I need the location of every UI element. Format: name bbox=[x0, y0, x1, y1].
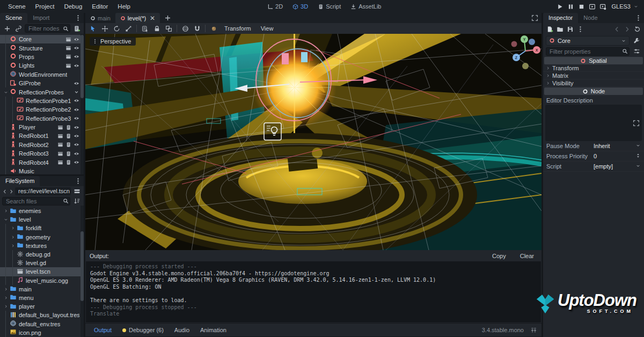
scene-node-RedRobot2[interactable]: RedRobot2 bbox=[0, 141, 84, 149]
tree-collapse-arrow[interactable] bbox=[2, 215, 9, 224]
property-filter-button[interactable] bbox=[632, 47, 641, 56]
local-space-button[interactable] bbox=[180, 24, 191, 33]
property-process-priority[interactable]: Process Priority 0 bbox=[543, 151, 644, 162]
fs-item-forklift[interactable]: forklift bbox=[0, 224, 84, 232]
tree-expand-arrow[interactable] bbox=[9, 233, 16, 241]
open-instance-icon[interactable] bbox=[57, 133, 63, 139]
scene-node-Music[interactable]: Music bbox=[0, 167, 84, 174]
dropdown-icon[interactable] bbox=[635, 163, 641, 169]
load-resource-icon[interactable] bbox=[557, 26, 564, 33]
tab-import[interactable]: Import bbox=[27, 13, 55, 23]
scene-node-Lights[interactable]: Lights bbox=[0, 61, 84, 70]
tree-collapse-arrow[interactable] bbox=[2, 87, 9, 96]
visibility-toggle-icon[interactable] bbox=[74, 159, 79, 165]
stop-button-icon[interactable] bbox=[578, 3, 585, 10]
clear-button[interactable]: Clear bbox=[517, 252, 537, 260]
scene-node-RedRobot3[interactable]: RedRobot3 bbox=[0, 149, 84, 158]
pause-button-icon[interactable] bbox=[567, 3, 574, 10]
expand-icon[interactable] bbox=[633, 120, 640, 127]
attached-script-icon[interactable] bbox=[65, 151, 71, 157]
select-tool-button[interactable] bbox=[87, 24, 98, 33]
tree-expand-arrow[interactable] bbox=[2, 294, 9, 302]
tree-expand-arrow[interactable] bbox=[9, 241, 16, 250]
scene-node-ReflectionProbes[interactable]: ReflectionProbes bbox=[0, 87, 84, 96]
visibility-toggle-icon[interactable] bbox=[74, 80, 79, 86]
visibility-toggle-icon[interactable] bbox=[74, 124, 79, 130]
scene-node-ReflectionProbe3[interactable]: ReflectionProbe3 bbox=[0, 114, 84, 123]
attached-script-icon[interactable] bbox=[65, 159, 71, 165]
scene-node-ReflectionProbe2[interactable]: ReflectionProbe2 bbox=[0, 105, 84, 114]
tree-expand-arrow[interactable] bbox=[2, 285, 9, 294]
tree-expand-arrow[interactable] bbox=[9, 224, 16, 232]
scene-tab-level[interactable]: level(*) ✕ bbox=[115, 13, 160, 23]
fs-item-player[interactable]: player bbox=[0, 302, 84, 311]
selectable-list-button[interactable] bbox=[140, 24, 150, 33]
visibility-toggle-icon[interactable] bbox=[74, 45, 79, 51]
bottom-tab-audio[interactable]: Audio bbox=[170, 325, 194, 335]
nav-back-icon[interactable] bbox=[2, 189, 8, 194]
fs-item-level[interactable]: level bbox=[0, 215, 84, 224]
search-files-input[interactable] bbox=[2, 197, 70, 206]
instance-scene-button[interactable] bbox=[13, 24, 23, 33]
group-visibility[interactable]: Visibility bbox=[543, 79, 644, 87]
lock-node-button[interactable] bbox=[151, 24, 162, 33]
3d-viewport[interactable]: Y X Z Perspective bbox=[85, 34, 541, 250]
add-node-button[interactable] bbox=[2, 24, 12, 33]
scene-node-Player[interactable]: Player bbox=[0, 123, 84, 131]
bottom-tab-output[interactable]: Output bbox=[90, 325, 116, 335]
visibility-toggle-icon[interactable] bbox=[74, 107, 79, 113]
history-back-icon[interactable] bbox=[613, 26, 620, 33]
scene-node-ReflectionProbe1[interactable]: ReflectionProbe1 bbox=[0, 97, 84, 105]
fs-item-level.tscn[interactable]: level.tscn bbox=[0, 267, 84, 276]
sun-environment-button[interactable] bbox=[208, 24, 219, 33]
node-tools-button[interactable] bbox=[632, 36, 641, 45]
output-log[interactable]: --- Debugging process started ---Godot E… bbox=[86, 261, 541, 323]
group-node-button[interactable] bbox=[163, 24, 174, 33]
filesystem-tree-scrollbar[interactable] bbox=[80, 206, 84, 337]
sort-files-button[interactable] bbox=[72, 197, 82, 206]
scene-node-Structure[interactable]: Structure bbox=[0, 43, 84, 52]
menubar-menu-editor[interactable]: Editor bbox=[87, 2, 113, 11]
fs-item-debug.gd[interactable]: debug.gd bbox=[0, 250, 84, 259]
fs-item-main[interactable]: main bbox=[0, 285, 84, 294]
filter-properties-input[interactable] bbox=[546, 47, 630, 56]
open-instance-icon[interactable] bbox=[65, 54, 71, 60]
bottom-tab-animation[interactable]: Animation bbox=[196, 325, 231, 335]
open-instance-icon[interactable] bbox=[65, 36, 71, 42]
tab-inspector[interactable]: Inspector bbox=[543, 13, 578, 23]
fs-item-level_music.ogg[interactable]: level_music.ogg bbox=[0, 276, 84, 285]
visibility-toggle-icon[interactable] bbox=[74, 115, 79, 121]
open-instance-icon[interactable] bbox=[65, 45, 71, 51]
property-script[interactable]: Script [empty] bbox=[543, 162, 644, 172]
scene-tab-main[interactable]: main bbox=[85, 13, 115, 23]
menubar-menu-debug[interactable]: Debug bbox=[59, 2, 87, 11]
close-tab-icon[interactable]: ✕ bbox=[150, 14, 155, 22]
fs-item-default_env.tres[interactable]: default_env.tres bbox=[0, 319, 84, 328]
group-matrix[interactable]: Matrix bbox=[543, 72, 644, 79]
light-gizmo-icon[interactable] bbox=[264, 123, 281, 140]
scale-tool-button[interactable] bbox=[123, 24, 134, 33]
fs-item-textures[interactable]: textures bbox=[0, 241, 84, 250]
dock-menu-icon[interactable] bbox=[633, 14, 644, 21]
menubar-menu-help[interactable]: Help bbox=[113, 2, 135, 11]
dropdown-icon[interactable] bbox=[635, 143, 641, 148]
fs-item-enemies[interactable]: enemies bbox=[0, 207, 84, 215]
attached-script-icon[interactable] bbox=[65, 142, 71, 148]
attach-script-button[interactable] bbox=[72, 24, 82, 33]
open-instance-icon[interactable] bbox=[57, 124, 63, 130]
new-scene-tab-button[interactable] bbox=[160, 13, 175, 23]
scene-node-WorldEnvironment[interactable]: WorldEnvironment bbox=[0, 70, 84, 79]
scene-tree-scrollbar[interactable] bbox=[80, 34, 84, 174]
scene-node-RedRobot4[interactable]: RedRobot4 bbox=[0, 158, 84, 166]
playcustom-button-icon[interactable] bbox=[599, 3, 606, 10]
tree-expand-arrow[interactable] bbox=[2, 207, 9, 215]
collapse-children-icon[interactable] bbox=[74, 89, 79, 95]
open-instance-icon[interactable] bbox=[57, 159, 63, 165]
nav-forward-icon[interactable] bbox=[9, 189, 14, 194]
menubar-menu-project[interactable]: Project bbox=[31, 2, 60, 11]
attached-script-icon[interactable] bbox=[65, 133, 71, 139]
distraction-free-icon[interactable] bbox=[531, 14, 538, 21]
tree-expand-arrow[interactable] bbox=[2, 302, 9, 311]
visibility-toggle-icon[interactable] bbox=[74, 98, 79, 104]
scene-node-Props[interactable]: Props bbox=[0, 53, 84, 61]
